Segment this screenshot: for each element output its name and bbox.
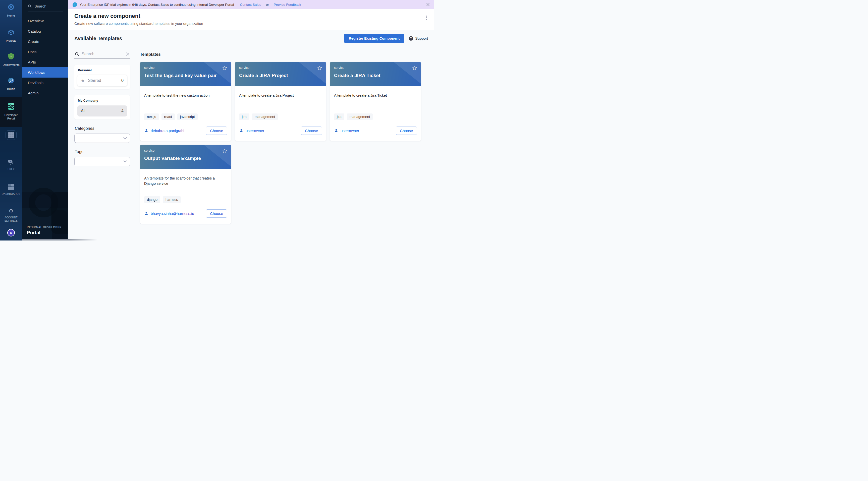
company-label: My Company <box>78 99 127 102</box>
template-title: Output Variable Example <box>144 156 227 161</box>
sidebar-nav: OverviewCatalogCreateDocsAPIsWorkflowsDe… <box>22 16 68 98</box>
template-title: Test the tags and key value pair <box>144 73 227 78</box>
builds-icon <box>7 76 15 85</box>
star-icon[interactable] <box>317 65 322 71</box>
sidebar-brand: INTERNAL DEVELOPER Portal <box>27 226 62 235</box>
sidebar-item-admin[interactable]: Admin <box>22 88 68 98</box>
sidebar-item-devtools[interactable]: DevTools <box>22 77 68 88</box>
template-tags: jiramanagement <box>239 114 322 120</box>
template-card: serviceCreate a JIRA ProjectA template t… <box>235 62 326 141</box>
app-window: Home Projects ∞ Deployments <box>0 0 434 241</box>
template-owner-link[interactable]: user:owner <box>239 129 264 133</box>
sidebar-item-workflows[interactable]: Workflows <box>22 67 68 77</box>
template-owner-link[interactable]: user:owner <box>334 129 359 133</box>
filter-search-input[interactable] <box>82 52 123 56</box>
dashboards-icon <box>8 183 14 191</box>
register-existing-component-button[interactable]: Register Existing Component <box>344 34 404 43</box>
rail-item-dashboards[interactable]: DASHBOARDS <box>0 180 22 198</box>
rail-item-home[interactable]: Home <box>0 0 22 20</box>
choose-button[interactable]: Choose <box>301 127 322 135</box>
tag-pill: react <box>161 114 175 120</box>
chevron-down-icon <box>123 160 127 163</box>
tag-pill: harness <box>163 196 181 203</box>
page-header: Create a new component Create new softwa… <box>68 9 434 30</box>
module-grid-button[interactable] <box>5 130 17 140</box>
person-icon <box>144 212 149 216</box>
tag-pill: jira <box>334 114 344 120</box>
rail-item-developer-portal[interactable]: Developer Portal <box>0 97 22 127</box>
grid-icon <box>8 132 14 138</box>
rail-item-account-settings[interactable]: ⚙ ACCOUNT SETTINGS <box>0 203 22 225</box>
kebab-menu-icon[interactable] <box>426 15 427 20</box>
sidebar-pattern <box>29 188 58 217</box>
home-icon <box>7 3 15 11</box>
sidebar-item-docs[interactable]: Docs <box>22 47 68 57</box>
template-card: serviceCreate a JIRA TicketA template to… <box>330 62 421 141</box>
template-card-footer: bhavya.sinha@harness.ioChoose <box>144 210 227 218</box>
banner-separator: or <box>266 3 269 6</box>
template-card-footer: user:ownerChoose <box>239 127 322 135</box>
template-card-body: A template to test the new custom action… <box>140 86 231 141</box>
tag-pill: jira <box>239 114 249 120</box>
tags-select[interactable] <box>74 157 130 166</box>
person-icon <box>239 129 243 133</box>
horizontal-scrollbar[interactable] <box>22 239 97 241</box>
page-subtitle: Create new software components using sta… <box>74 22 428 26</box>
template-card-body: An template for the scaffolder that crea… <box>140 169 231 224</box>
template-owner-link[interactable]: bhavya.sinha@harness.io <box>144 212 194 216</box>
star-icon[interactable] <box>412 65 417 71</box>
sidebar-item-apis[interactable]: APIs <box>22 57 68 67</box>
support-label: Support <box>415 36 428 40</box>
template-tags: djangoharness <box>144 196 227 203</box>
svg-text:∞: ∞ <box>10 54 12 58</box>
sidebar-item-overview[interactable]: Overview <box>22 16 68 26</box>
starred-filter-row[interactable]: ★ Starred 0 <box>78 75 127 86</box>
star-icon[interactable] <box>222 65 227 71</box>
rail-item-builds[interactable]: Builds <box>0 73 22 93</box>
template-card-body: A template to create a Jira Projectjiram… <box>235 86 326 141</box>
gear-icon: ⚙ <box>9 206 13 215</box>
template-type-label: service <box>334 66 417 69</box>
categories-select[interactable] <box>74 134 130 143</box>
banner-close-icon[interactable] <box>426 3 430 6</box>
sidebar-item-create[interactable]: Create <box>22 36 68 47</box>
developer-portal-icon <box>7 102 15 110</box>
sidebar-item-catalog[interactable]: Catalog <box>22 26 68 36</box>
choose-button[interactable]: Choose <box>206 127 227 135</box>
provide-feedback-link[interactable]: Provide Feedback <box>274 3 301 6</box>
question-icon: ? <box>409 36 413 41</box>
support-button[interactable]: ? Support <box>409 36 428 41</box>
choose-button[interactable]: Choose <box>206 210 227 218</box>
rail-item-projects[interactable]: Projects <box>0 25 22 45</box>
chevron-down-icon <box>123 137 127 139</box>
svg-text:?: ? <box>9 160 11 163</box>
all-filter-row[interactable]: All 4 <box>78 105 127 117</box>
sidebar-search[interactable]: Search <box>22 0 68 11</box>
help-chat-icon: ? <box>8 158 14 166</box>
star-icon[interactable] <box>222 148 227 154</box>
template-tags: jiramanagement <box>334 114 417 120</box>
rail-item-deployments[interactable]: ∞ Deployments <box>0 49 22 69</box>
template-type-label: service <box>144 66 227 69</box>
clear-search-icon[interactable] <box>126 52 130 56</box>
template-type-label: service <box>144 149 227 152</box>
rail-item-label: Builds <box>1 87 21 91</box>
tags-label: Tags <box>75 150 130 154</box>
rail-item-label: Home <box>1 14 21 17</box>
module-rail: Home Projects ∞ Deployments <box>0 0 22 241</box>
person-icon <box>334 129 338 133</box>
template-card-header: serviceOutput Variable Example <box>140 145 231 169</box>
template-tags: nextjsreactjavascript <box>144 114 227 120</box>
rail-item-label: Developer Portal <box>3 113 19 121</box>
personal-label: Personal <box>78 68 127 72</box>
contact-sales-link[interactable]: Contact Sales <box>240 3 261 6</box>
rail-item-label: Deployments <box>1 63 21 67</box>
choose-button[interactable]: Choose <box>396 127 417 135</box>
rail-item-help[interactable]: ? HELP <box>0 155 22 174</box>
deployments-shield-icon: ∞ <box>7 52 15 60</box>
user-avatar[interactable]: D <box>7 229 15 236</box>
search-icon <box>75 52 79 56</box>
filters-panel: Personal ★ Starred 0 My Company All 4 <box>74 51 130 224</box>
template-owner-link[interactable]: debabrata.panigrahi <box>144 129 184 133</box>
template-description: A template to create a Jira Ticket <box>334 93 417 98</box>
